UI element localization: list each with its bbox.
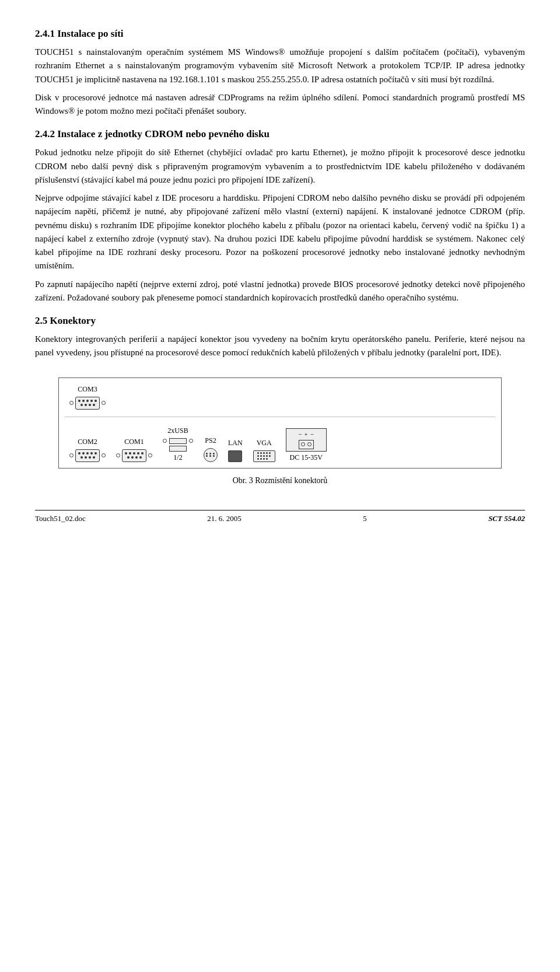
com2-right-circle (102, 453, 106, 457)
ps2-port (204, 448, 218, 462)
connector-diagram: COM3 (58, 377, 502, 468)
com1-label: COM1 (124, 438, 144, 446)
top-connector-row: COM3 (65, 385, 495, 410)
lan-connector: LAN (228, 439, 243, 462)
ps2-connector: PS2 (204, 436, 218, 462)
com1-db9 (122, 449, 146, 462)
usb-connector: 2xUSB 1/2 (163, 426, 193, 462)
dc-minus-left: − (298, 431, 302, 438)
vga-port (253, 450, 275, 462)
footer-page-number: 5 (363, 514, 367, 523)
com2-left-circle (69, 453, 74, 457)
dc-minus-right: − (310, 431, 314, 438)
section-2-4-1-para-2: Disk v procesorové jednotce má nastaven … (35, 91, 525, 118)
page-footer: Touch51_02.doc 21. 6. 2005 5 SCT 554.02 (35, 510, 525, 523)
usb-port-1 (169, 438, 187, 444)
usb-label-top: 2xUSB (167, 426, 188, 435)
ps2-label: PS2 (205, 436, 216, 445)
dc-port: − + − (286, 428, 327, 452)
section-2-4-1-para-1: TOUCH51 s nainstalovaným operačním systé… (35, 46, 525, 86)
section-2-4-2-title: 2.4.2 Instalace z jednotky CDROM nebo pe… (35, 128, 525, 140)
usb-left-circle (163, 439, 167, 443)
dc-polarity-symbols: − + − (298, 431, 314, 438)
vga-label: VGA (257, 439, 272, 447)
content-area: 2.4.1 Instalace po síti TOUCH51 s nainst… (35, 28, 525, 523)
com3-connector: COM3 (69, 385, 106, 410)
com1-left-circle (116, 453, 120, 457)
lan-label: LAN (228, 439, 243, 447)
com2-connector: COM2 (69, 438, 106, 462)
dc-label: DC 15-35V (290, 453, 323, 462)
com3-left-circle (69, 401, 74, 405)
bottom-connector-row: COM2 (65, 426, 495, 462)
com3-label: COM3 (78, 385, 97, 394)
dc-connector: − + − DC 15-35V (286, 428, 327, 462)
section-2-5-title: 2.5 Konektory (35, 315, 525, 327)
footer-date: 21. 6. 2005 (207, 514, 242, 523)
footer-filename: Touch51_02.doc (35, 514, 86, 523)
usb-ports (163, 438, 193, 452)
section-2-4-1-title: 2.4.1 Instalace po síti (35, 28, 525, 40)
dc-plus: + (304, 431, 308, 438)
section-2-4-2-para-1: Pokud jednotku nelze připojit do sítě Et… (35, 146, 525, 187)
section-2-5-para-1: Konektory integrovaných periferií a napá… (35, 333, 525, 360)
com3-port (69, 397, 106, 410)
dc-inner-connector (299, 440, 314, 449)
vga-connector: VGA (253, 439, 275, 462)
section-2-4-2-para-3: Po zapnutí napájecího napětí (nejprve ex… (35, 278, 525, 305)
com2-label: COM2 (78, 438, 97, 446)
com3-right-circle (102, 401, 106, 405)
dc-circle-left (301, 442, 305, 446)
com1-port (116, 449, 152, 462)
diagram-caption: Obr. 3 Rozmístění konektorů (35, 474, 525, 487)
usb-label-bottom: 1/2 (173, 453, 182, 462)
dc-circle-right (307, 442, 312, 446)
com1-right-circle (148, 453, 152, 457)
com3-db9 (75, 397, 100, 410)
lan-port (228, 450, 242, 462)
com1-connector: COM1 (116, 438, 152, 462)
footer-document-id: SCT 554.02 (488, 514, 525, 523)
com2-port (69, 449, 106, 462)
usb-port-2 (169, 446, 187, 452)
com2-db9 (75, 449, 100, 462)
section-2-4-2-para-2: Nejprve odpojíme stávající kabel z IDE p… (35, 191, 525, 273)
usb-right-circle (189, 439, 193, 443)
